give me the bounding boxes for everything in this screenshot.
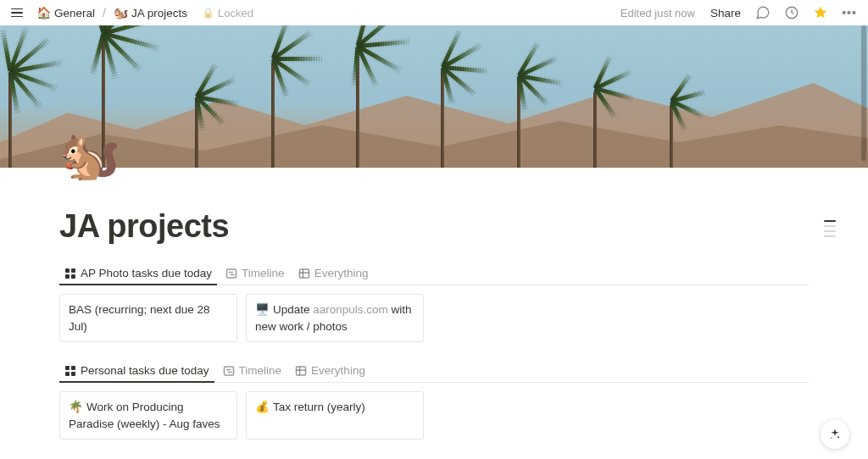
- palm-icon: 🌴: [69, 401, 83, 413]
- outline-line: [824, 235, 836, 237]
- tab-everything[interactable]: Everything: [293, 263, 374, 285]
- breadcrumb: 🏠 General / 🐿️ JA projects: [32, 4, 192, 21]
- svg-rect-18: [297, 367, 306, 375]
- card-item[interactable]: 🖥️Update aaronpuls.com with new work / p…: [246, 294, 424, 342]
- container: 🐿️ JA projects AP Photo tasks due today …: [53, 168, 815, 440]
- sparkle-icon: [828, 428, 842, 441]
- favorite-button[interactable]: [809, 1, 832, 25]
- tab-board[interactable]: AP Photo tasks due today: [59, 263, 217, 285]
- updates-button[interactable]: [780, 1, 804, 25]
- tab-everything[interactable]: Everything: [290, 361, 370, 382]
- edited-status: Edited just now: [615, 7, 700, 19]
- hamburger-icon: [11, 8, 23, 18]
- mountains-graphic: [0, 66, 868, 168]
- outline-line: [824, 225, 836, 227]
- svg-rect-13: [65, 372, 70, 376]
- svg-rect-15: [224, 367, 233, 375]
- card-text: BAS (recurring; next due 28 Jul): [69, 303, 210, 333]
- outline-indicator[interactable]: [824, 220, 836, 237]
- breadcrumb-current-label: JA projects: [131, 7, 187, 19]
- more-button[interactable]: •••: [837, 1, 861, 25]
- svg-rect-12: [71, 366, 75, 370]
- topbar-left: 🏠 General / 🐿️ JA projects 🔒 Locked: [7, 3, 253, 23]
- scrollbar[interactable]: [860, 0, 868, 459]
- timeline-icon: [223, 365, 235, 377]
- breadcrumb-parent-label: General: [54, 7, 95, 19]
- tab-timeline[interactable]: Timeline: [218, 361, 287, 382]
- tab-label: Everything: [314, 267, 369, 279]
- cover-image[interactable]: [0, 25, 868, 168]
- topbar: 🏠 General / 🐿️ JA projects 🔒 Locked Edit…: [0, 0, 868, 25]
- breadcrumb-current[interactable]: 🐿️ JA projects: [109, 4, 192, 21]
- card-item[interactable]: 🌴Work on Producing Paradise (weekly) - A…: [59, 391, 237, 440]
- svg-rect-14: [71, 372, 75, 376]
- tab-label: Timeline: [242, 267, 285, 279]
- timeline-icon: [225, 268, 237, 279]
- table-icon: [295, 365, 307, 377]
- menu-toggle-button[interactable]: [7, 3, 27, 23]
- card-text: Update: [273, 303, 313, 316]
- cards-row: 🌴Work on Producing Paradise (weekly) - A…: [59, 391, 809, 440]
- svg-rect-11: [65, 366, 70, 370]
- svg-point-22: [831, 437, 832, 438]
- dots-icon: •••: [842, 6, 857, 19]
- tab-label: AP Photo tasks due today: [81, 267, 212, 279]
- scroll-thumb[interactable]: [861, 25, 866, 161]
- share-button[interactable]: Share: [705, 5, 746, 21]
- breadcrumb-separator: /: [101, 6, 108, 19]
- clock-icon: [784, 5, 799, 20]
- card-text: Tax return (yearly): [273, 401, 365, 413]
- svg-rect-8: [299, 269, 309, 278]
- board-icon: [64, 268, 76, 279]
- locked-label: Locked: [218, 7, 253, 19]
- money-icon: 💰: [255, 401, 270, 413]
- section-ap-photo: AP Photo tasks due today Timeline Everyt…: [59, 263, 809, 342]
- svg-rect-5: [227, 269, 236, 278]
- section-personal: Personal tasks due today Timeline Everyt…: [59, 361, 809, 440]
- ai-assist-button[interactable]: [821, 420, 849, 449]
- lock-icon: 🔒: [202, 7, 214, 19]
- tab-label: Everything: [311, 364, 365, 377]
- locked-indicator[interactable]: 🔒 Locked: [202, 7, 253, 19]
- outline-line: [824, 220, 836, 222]
- comments-button[interactable]: [751, 1, 775, 25]
- svg-rect-3: [65, 274, 70, 279]
- breadcrumb-parent[interactable]: 🏠 General: [32, 4, 99, 21]
- computer-icon: 🖥️: [255, 303, 270, 316]
- tab-label: Timeline: [239, 364, 282, 377]
- view-tabs: Personal tasks due today Timeline Everyt…: [59, 361, 809, 383]
- svg-rect-4: [71, 274, 75, 279]
- card-item[interactable]: 💰Tax return (yearly): [246, 391, 424, 440]
- svg-point-21: [837, 436, 839, 438]
- comment-icon: [755, 5, 771, 20]
- view-tabs: AP Photo tasks due today Timeline Everyt…: [59, 263, 809, 285]
- outline-line: [824, 230, 836, 232]
- svg-rect-2: [71, 268, 75, 273]
- table-icon: [298, 268, 310, 279]
- cards-row: BAS (recurring; next due 28 Jul) 🖥️Updat…: [59, 294, 809, 342]
- svg-rect-1: [65, 268, 70, 273]
- star-icon: [813, 5, 828, 20]
- tab-board[interactable]: Personal tasks due today: [59, 361, 214, 382]
- page-emoji[interactable]: 🐿️: [59, 130, 120, 180]
- topbar-right: Edited just now Share •••: [615, 1, 861, 25]
- card-text-muted: aaronpuls.com: [313, 303, 388, 316]
- tab-label: Personal tasks due today: [81, 364, 209, 377]
- chipmunk-icon: 🐿️: [114, 6, 128, 19]
- page-title[interactable]: JA projects: [59, 208, 809, 245]
- card-text: Work on Producing Paradise (weekly) - Au…: [69, 401, 220, 430]
- board-icon: [64, 365, 76, 377]
- card-item[interactable]: BAS (recurring; next due 28 Jul): [59, 294, 237, 342]
- tab-timeline[interactable]: Timeline: [220, 263, 290, 285]
- home-icon: 🏠: [36, 6, 51, 19]
- page-content: 🐿️ JA projects AP Photo tasks due today …: [0, 168, 868, 440]
